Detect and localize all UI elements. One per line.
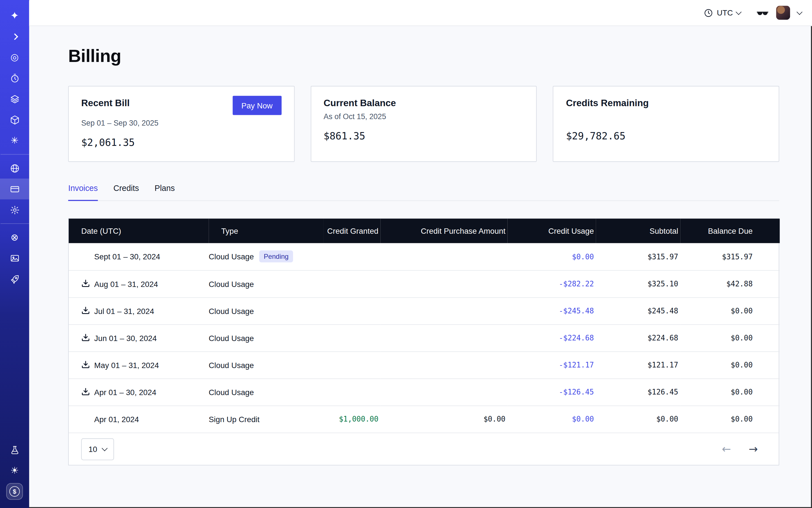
- sidebar-item-launch[interactable]: [0, 269, 29, 290]
- balance-due: $0.00: [680, 351, 780, 378]
- tab-credits[interactable]: Credits: [114, 184, 139, 201]
- card-amount: $29,782.65: [566, 130, 766, 142]
- sidebar-item-labs[interactable]: [0, 439, 29, 460]
- next-page-button[interactable]: →: [749, 443, 758, 455]
- credit-usage: -$245.48: [508, 297, 596, 325]
- page-size-select[interactable]: 10: [81, 438, 114, 460]
- col-subtotal: Subtotal: [596, 218, 680, 243]
- invoice-date: Sept 01 – 30, 2024: [94, 252, 160, 261]
- balance-due: $0.00: [680, 406, 780, 432]
- timer-icon: [9, 73, 19, 83]
- credit-purchase: $0.00: [380, 406, 507, 432]
- download-invoice-icon[interactable]: [81, 279, 90, 288]
- pay-now-button[interactable]: Pay Now: [232, 96, 282, 115]
- col-credit-usage: Credit Usage: [508, 218, 596, 243]
- credit-granted: [323, 270, 380, 297]
- table-row: Apr 01, 2024 Sign Up Credit $1,000.00 $0…: [69, 406, 780, 432]
- tab-invoices[interactable]: Invoices: [68, 184, 98, 201]
- sidebar-item-billing[interactable]: [0, 178, 29, 199]
- credit-usage: -$126.45: [508, 378, 596, 406]
- recent-bill-card: Recent Bill Pay Now Sep 01 – Sep 30, 202…: [68, 86, 295, 162]
- subtotal: $325.10: [596, 270, 680, 297]
- sidebar-item-radar[interactable]: ◎: [0, 47, 29, 68]
- col-balance-due: Balance Due: [680, 218, 780, 243]
- credit-usage: $0.00: [508, 243, 596, 270]
- credit-granted: $1,000.00: [323, 406, 380, 432]
- balance-due: $0.00: [680, 378, 780, 406]
- credit-granted: [323, 297, 380, 325]
- subtotal: $245.48: [596, 297, 680, 325]
- credit-usage: -$121.17: [508, 351, 596, 378]
- invoice-date: Aug 01 – 31, 2024: [94, 279, 158, 288]
- timezone-selector[interactable]: UTC: [704, 8, 741, 17]
- col-type: Type: [209, 218, 323, 243]
- account-chevron-down-icon[interactable]: [797, 9, 803, 15]
- topbar: UTC: [29, 0, 812, 26]
- download-invoice-icon[interactable]: [81, 360, 90, 369]
- card-subtitle: [566, 112, 766, 123]
- image-icon: [9, 253, 19, 263]
- invoice-date: May 01 – 31, 2024: [94, 361, 159, 369]
- chevron-down-icon: [102, 445, 108, 451]
- chevron-right-icon: [11, 33, 18, 40]
- prev-page-button[interactable]: ←: [722, 443, 731, 455]
- credit-purchase: [380, 325, 507, 351]
- pagination: ← →: [722, 443, 758, 455]
- card-title: Credits Remaining: [566, 98, 649, 109]
- table-header-row: Date (UTC) Type Credit Granted Credit Pu…: [69, 218, 780, 243]
- tab-plans[interactable]: Plans: [155, 184, 175, 201]
- table-row: Jun 01 – 30, 2024 Cloud Usage -$224.68 $…: [69, 325, 780, 351]
- logo-icon[interactable]: ✦: [0, 5, 29, 26]
- billing-tabs: Invoices Credits Plans: [68, 184, 779, 201]
- sidebar-divider: [0, 223, 29, 224]
- subtotal: $121.17: [596, 351, 680, 378]
- sidebar-item-console[interactable]: [0, 248, 29, 269]
- clock-icon: [704, 8, 713, 17]
- gear-icon: [9, 205, 19, 215]
- sidebar-item-settings[interactable]: [0, 199, 29, 220]
- invoice-date: Apr 01 – 30, 2024: [94, 387, 156, 396]
- credit-granted: [323, 378, 380, 406]
- circle-x-icon: ⊗: [11, 232, 18, 242]
- card-amount: $861.35: [324, 130, 524, 142]
- card-title: Current Balance: [324, 98, 396, 109]
- invoice-type: Cloud Usage: [209, 361, 254, 369]
- invoice-type: Sign Up Credit: [209, 415, 259, 424]
- card-title: Recent Bill: [81, 98, 130, 109]
- credits-remaining-card: Credits Remaining $29,782.65: [553, 86, 779, 162]
- download-invoice-icon[interactable]: [81, 333, 90, 342]
- sidebar-item-theme[interactable]: ☀: [0, 460, 29, 481]
- chevron-down-icon: [736, 9, 741, 15]
- glasses-icon[interactable]: [756, 6, 769, 19]
- table-row: Apr 01 – 30, 2024 Cloud Usage -$126.45 $…: [69, 378, 780, 406]
- sidebar-item-timer[interactable]: [0, 68, 29, 88]
- sidebar-divider: [0, 154, 29, 155]
- expand-sidebar-button[interactable]: [0, 26, 29, 47]
- col-credit-granted: Credit Granted: [323, 218, 380, 243]
- page-title: Billing: [68, 46, 779, 66]
- col-credit-purchase: Credit Purchase Amount: [380, 218, 507, 243]
- credit-purchase: [380, 297, 507, 325]
- status-badge: Pending: [259, 251, 293, 263]
- sidebar-item-machines[interactable]: [0, 109, 29, 130]
- table-row: May 01 – 31, 2024 Cloud Usage -$121.17 $…: [69, 351, 780, 378]
- invoice-date: Jun 01 – 30, 2024: [94, 333, 157, 342]
- avatar[interactable]: [776, 6, 790, 20]
- subtotal: $315.97: [596, 243, 680, 270]
- invoice-type: Cloud Usage: [209, 252, 254, 261]
- download-invoice-icon[interactable]: [81, 306, 90, 315]
- cube-icon: [9, 115, 19, 125]
- credit-usage: -$282.22: [508, 270, 596, 297]
- invoice-type: Cloud Usage: [209, 387, 254, 396]
- sidebar-item-models[interactable]: ✳: [0, 130, 29, 151]
- download-invoice-icon[interactable]: [81, 387, 90, 396]
- billing-page: Billing Recent Bill Pay Now Sep 01 – Sep…: [29, 26, 812, 508]
- sidebar-item-network[interactable]: [0, 158, 29, 178]
- sidebar-item-support[interactable]: ⊗: [0, 227, 29, 248]
- subtotal: $126.45: [596, 378, 680, 406]
- sidebar-item-credits[interactable]: $: [0, 481, 29, 502]
- dollar-circle-icon: $: [6, 483, 23, 500]
- rocket-icon: [9, 274, 19, 284]
- sidebar-item-layers[interactable]: [0, 88, 29, 109]
- table-footer: 10 ← →: [69, 432, 779, 465]
